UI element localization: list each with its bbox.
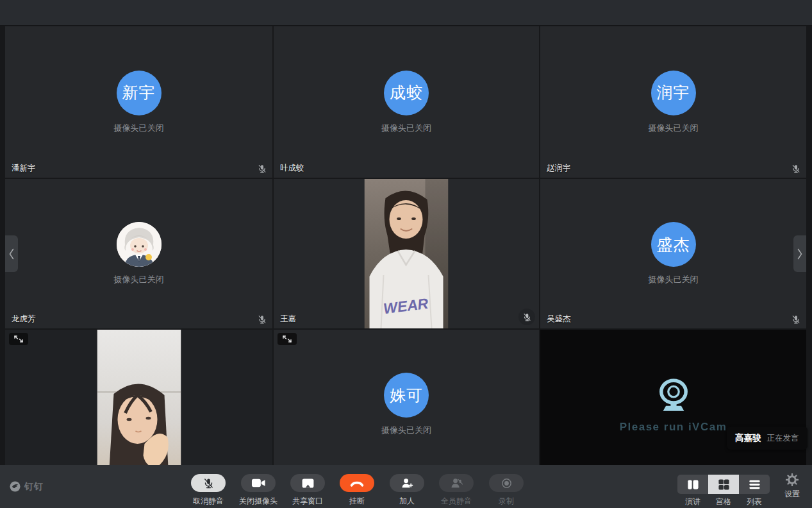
video-frame-graphic [97, 330, 181, 465]
participant-tile[interactable]: WEAR 王嘉 [274, 179, 539, 328]
share-screen-icon [302, 478, 314, 488]
view-speaker-button[interactable] [677, 475, 708, 494]
mute-all-pill [439, 474, 474, 492]
settings-button[interactable]: 设置 [777, 473, 808, 500]
share-window-label: 共享窗口 [292, 496, 323, 507]
view-switcher-labels: 演讲 宫格 列表 [677, 496, 770, 507]
camera-off-placeholder: 盛杰 摄像头已关闭 [540, 179, 806, 328]
muted-mic-icon [257, 164, 267, 174]
avatar-image [117, 222, 162, 267]
avatar: 新宇 [117, 71, 162, 115]
add-person-pill[interactable] [390, 474, 424, 492]
list-view-icon [749, 478, 761, 491]
expand-icon [9, 333, 28, 345]
add-person-icon [401, 477, 414, 489]
unmute-button[interactable]: 取消静音 [183, 474, 233, 507]
muted-mic-icon [791, 164, 801, 174]
participant-name: 潘新宇 [12, 163, 36, 174]
meeting-toolbar: 钉钉 取消静音 关闭摄像头 共享窗口 [0, 465, 812, 508]
view-speaker-label: 演讲 [677, 496, 708, 507]
speaker-status: 正在发言 [767, 433, 799, 444]
share-window-button[interactable]: 共享窗口 [283, 474, 333, 507]
view-switcher [677, 475, 770, 494]
brand-name: 钉钉 [24, 481, 44, 493]
expand-tile-button[interactable] [9, 333, 28, 345]
camera-off-label: 关闭摄像头 [239, 496, 278, 507]
expand-tile-button[interactable] [278, 333, 297, 345]
next-page-button[interactable] [793, 235, 806, 272]
camera-off-label: 摄像头已关闭 [381, 123, 431, 134]
participant-tile[interactable]: 新宇 摄像头已关闭 潘新宇 [5, 26, 272, 178]
view-list-button[interactable] [739, 475, 770, 494]
camera-off-button[interactable]: 关闭摄像头 [233, 474, 283, 507]
anime-avatar-graphic [117, 222, 162, 267]
avatar: 姝可 [384, 373, 429, 418]
mute-all-button: 全员静音 [431, 474, 481, 507]
participant-grid: 新宇 摄像头已关闭 潘新宇 成蛟 摄像头已关闭 叶成蛟 润宇 摄像头已关闭 赵润… [5, 26, 806, 465]
unmute-label: 取消静音 [193, 496, 224, 507]
settings-label: 设置 [784, 489, 800, 500]
camera-off-label: 摄像头已关闭 [649, 274, 699, 285]
share-pill[interactable] [290, 474, 325, 492]
camera-off-placeholder: 成蛟 摄像头已关闭 [274, 26, 539, 178]
speaking-toast: 高嘉骏 正在发言 [727, 427, 808, 450]
camera-pill[interactable] [241, 474, 276, 492]
dingtalk-brand: 钉钉 [10, 465, 44, 508]
camera-off-label: 摄像头已关闭 [649, 123, 699, 134]
chevron-left-icon [8, 246, 15, 262]
camera-off-placeholder: 新宇 摄像头已关闭 [5, 26, 272, 178]
view-grid-label: 宫格 [708, 496, 739, 507]
camera-off-placeholder: 姝可 摄像头已关闭 [274, 330, 539, 465]
grid-view-icon [718, 478, 730, 491]
avatar: 润宇 [651, 71, 696, 115]
participant-tile[interactable]: 润宇 摄像头已关闭 赵润宇 [540, 26, 806, 178]
ivcam-message: Please run iVCam [620, 421, 727, 434]
gear-icon [786, 473, 799, 486]
prev-page-button[interactable] [5, 235, 18, 272]
camera-off-placeholder: 润宇 摄像头已关闭 [540, 26, 806, 178]
expand-icon [278, 333, 297, 345]
hangup-pill[interactable] [340, 474, 374, 492]
dingtalk-logo-icon [10, 481, 21, 492]
record-icon [501, 477, 513, 489]
participant-name: 吴盛杰 [547, 314, 571, 325]
participant-tile[interactable]: 成蛟 摄像头已关闭 叶成蛟 [274, 26, 539, 178]
participant-video: WEAR [365, 179, 449, 328]
video-frame-graphic: WEAR [365, 179, 449, 328]
add-person-button[interactable]: 加人 [382, 474, 432, 507]
muted-mic-icon [257, 314, 267, 325]
muted-mic-icon [791, 314, 801, 325]
view-grid-button[interactable] [708, 475, 739, 494]
muted-mic-badge [518, 309, 535, 325]
add-person-label: 加人 [399, 496, 415, 507]
avatar-initials: 盛杰 [657, 234, 690, 255]
participant-tile[interactable]: 姝可 摄像头已关闭 [274, 330, 539, 465]
participant-tile[interactable]: 盛杰 摄像头已关闭 吴盛杰 [540, 179, 806, 328]
camera-off-label: 摄像头已关闭 [114, 123, 164, 134]
participant-tile[interactable] [5, 330, 272, 465]
participant-name: 龙虎芳 [12, 314, 36, 325]
hang-up-button[interactable]: 挂断 [332, 474, 382, 507]
video-camera-icon [251, 478, 266, 488]
meeting-window: 新宇 摄像头已关闭 潘新宇 成蛟 摄像头已关闭 叶成蛟 润宇 摄像头已关闭 赵润… [0, 0, 812, 508]
avatar-initials: 润宇 [657, 82, 690, 103]
camera-off-label: 摄像头已关闭 [381, 425, 431, 436]
mic-muted-icon [203, 477, 215, 489]
view-list-label: 列表 [739, 496, 770, 507]
window-titlebar [0, 0, 812, 26]
avatar: 成蛟 [384, 71, 429, 115]
participant-name: 叶成蛟 [280, 163, 304, 174]
speaker-name: 高嘉骏 [735, 432, 761, 444]
chevron-right-icon [796, 246, 804, 262]
phone-down-icon [349, 479, 365, 487]
record-button: 录制 [481, 474, 531, 507]
mute-all-icon [450, 477, 463, 489]
participant-tile[interactable]: 摄像头已关闭 龙虎芳 [5, 179, 272, 328]
avatar-initials: 成蛟 [390, 82, 423, 103]
unmute-pill[interactable] [191, 474, 226, 492]
participant-name: 赵润宇 [547, 163, 571, 174]
hang-up-label: 挂断 [349, 496, 365, 507]
camera-off-placeholder: 摄像头已关闭 [5, 179, 272, 328]
participant-video [97, 330, 181, 465]
avatar-initials: 新宇 [122, 82, 156, 103]
